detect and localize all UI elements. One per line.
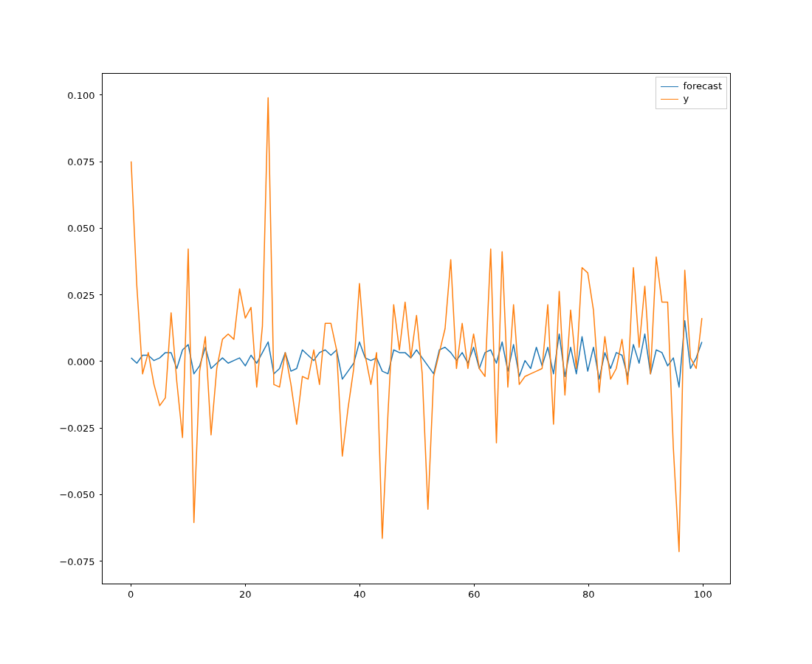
legend-label-forecast: forecast <box>683 80 722 93</box>
y-tick-label: 0.100 <box>67 89 94 100</box>
x-tick-mark <box>474 584 475 587</box>
y-tick-mark <box>100 162 103 162</box>
y-tick-label: 0.000 <box>67 356 94 367</box>
y-tick-mark <box>100 561 103 561</box>
y-tick-mark <box>100 361 103 362</box>
x-tick-label: 80 <box>582 589 595 600</box>
y-tick-label: 0.050 <box>67 223 94 234</box>
x-tick-label: 60 <box>468 589 481 600</box>
legend: forecast y <box>656 77 727 109</box>
x-tick-mark <box>359 584 360 587</box>
plot-axes: 020406080100 −0.075−0.050−0.0250.0000.02… <box>102 73 732 584</box>
line-forecast <box>131 321 701 387</box>
y-tick-label: 0.075 <box>67 156 94 167</box>
x-tick-label: 40 <box>354 589 366 600</box>
y-tick-mark <box>100 294 103 295</box>
x-tick-label: 0 <box>128 589 134 600</box>
legend-swatch-forecast <box>661 86 678 87</box>
x-tick-mark <box>588 584 589 587</box>
y-tick-mark <box>100 494 103 495</box>
x-tick-label: 20 <box>239 589 252 600</box>
y-tick-label: −0.075 <box>59 556 94 567</box>
x-tick-mark <box>703 584 703 587</box>
y-tick-label: −0.025 <box>59 423 94 434</box>
y-tick-label: −0.050 <box>59 489 94 500</box>
line-y <box>131 97 701 551</box>
y-tick-mark <box>100 94 103 95</box>
legend-entry-forecast: forecast <box>661 80 722 93</box>
x-tick-mark <box>245 584 246 587</box>
x-tick-label: 100 <box>694 589 712 600</box>
legend-swatch-y <box>661 99 678 100</box>
y-tick-mark <box>100 228 103 229</box>
legend-entry-y: y <box>661 93 722 106</box>
plot-canvas <box>103 74 731 584</box>
legend-label-y: y <box>683 93 689 106</box>
figure: 020406080100 −0.075−0.050−0.0250.0000.02… <box>0 0 812 664</box>
x-tick-mark <box>131 584 131 587</box>
y-tick-label: 0.025 <box>67 289 94 300</box>
y-tick-mark <box>100 428 103 429</box>
